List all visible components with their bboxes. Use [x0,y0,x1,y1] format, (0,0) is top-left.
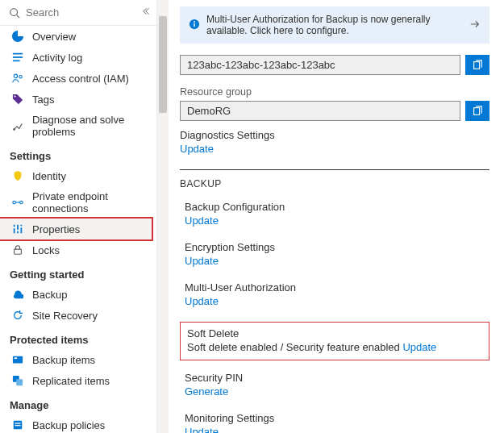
security-pin-generate-link[interactable]: Generate [185,385,228,398]
search-icon [8,6,21,19]
sidebar-item-label: Locks [32,244,60,256]
sidebar-section-protected: Protected items [0,326,156,349]
svg-point-9 [13,201,16,204]
endpoint-icon [11,196,24,209]
main-panel: Multi-User Authorization for Backup is n… [169,0,504,433]
sidebar-item-tags[interactable]: Tags [0,89,156,110]
access-control-icon [11,72,24,85]
resource-id-input[interactable] [180,55,460,75]
svg-point-32 [194,21,195,23]
sidebar-item-label: Identity [32,170,66,182]
sidebar-item-locks[interactable]: Locks [0,239,156,260]
sidebar-item-backup[interactable]: Backup [0,284,156,305]
collapse-sidebar-button[interactable] [139,5,152,20]
soft-delete-title: Soft Delete [187,327,482,339]
resource-group-field: Resource group [180,86,489,121]
backup-icon [11,288,24,301]
svg-rect-4 [13,60,20,62]
svg-rect-19 [13,356,23,364]
info-banner[interactable]: Multi-User Authorization for Backup is n… [180,6,489,44]
sidebar-item-site-recovery[interactable]: Site Recovery [0,305,156,326]
sidebar-item-label: Replicated items [32,375,110,387]
svg-rect-13 [17,225,19,234]
encryption-update-link[interactable]: Update [185,255,219,267]
sidebar-item-label: Diagnose and solve problems [32,114,148,138]
sidebar-item-label: Private endpoint connections [32,190,148,214]
mua-update-link[interactable]: Update [185,295,219,307]
sidebar-item-activity-log[interactable]: Activity log [0,47,156,68]
banner-text: Multi-User Authorization for Backup is n… [206,14,463,36]
svg-rect-3 [13,56,23,58]
search-input[interactable] [26,6,134,19]
svg-rect-17 [20,227,23,228]
activity-log-icon [11,51,24,64]
search-row [0,0,156,26]
resource-group-input[interactable] [180,101,460,121]
svg-rect-16 [16,230,19,231]
svg-rect-24 [15,423,21,423]
diagnostics-update-link[interactable]: Update [180,143,214,155]
svg-rect-25 [15,425,21,426]
tag-icon [11,93,24,106]
soft-delete-status: Soft delete enabled / Security feature e… [187,341,402,353]
svg-point-7 [14,95,15,97]
monitoring-title: Monitoring Settings [185,412,489,424]
backup-items-icon [11,353,24,366]
sidebar-item-label: Access control (IAM) [32,73,129,85]
sidebar-item-access-control[interactable]: Access control (IAM) [0,68,156,89]
resource-id-field [180,55,489,75]
svg-rect-14 [21,225,23,234]
diagnose-icon [11,119,24,132]
svg-rect-34 [474,107,480,114]
sidebar-item-label: Backup [32,289,67,301]
sidebar-section-manage: Manage [0,391,156,414]
sidebar-item-identity[interactable]: Identity [0,165,156,186]
svg-rect-20 [15,357,18,359]
section-divider [180,169,489,170]
sidebar-item-label: Site Recovery [32,310,98,322]
sidebar-item-label: Activity log [32,52,82,64]
sidebar-item-label: Overview [32,31,76,43]
resource-group-label: Resource group [180,86,489,98]
soft-delete-update-link[interactable]: Update [402,341,436,353]
overview-icon [11,30,24,43]
scrollbar-thumb[interactable] [159,16,167,113]
sidebar-item-replicated-items[interactable]: Replicated items [0,370,156,391]
backup-config-title: Backup Configuration [185,201,489,213]
scrollbar[interactable] [157,0,169,433]
backup-policies-icon [11,418,24,431]
svg-point-8 [14,129,15,131]
svg-rect-12 [14,225,15,234]
sidebar-item-label: Backup items [32,354,95,366]
backup-section-title: BACKUP [180,178,489,189]
sidebar-item-backup-policies[interactable]: Backup policies [0,414,156,433]
security-pin-title: Security PIN [185,372,489,384]
svg-rect-22 [16,379,23,385]
monitoring-update-link[interactable]: Update [185,426,219,433]
sidebar-section-getting-started: Getting started [0,260,156,284]
properties-icon [11,223,24,235]
site-recovery-icon [11,309,24,322]
sidebar-item-properties[interactable]: Properties [0,217,153,241]
sidebar-section-settings: Settings [0,142,156,165]
info-icon [189,19,200,32]
arrow-right-icon [469,19,481,32]
sidebar-item-label: Tags [32,94,54,106]
copy-id-button[interactable] [465,55,489,75]
diagnostics-title: Diagnostics Settings [180,129,489,141]
copy-rg-button[interactable] [465,101,489,121]
lock-icon [11,244,24,256]
backup-config-update-link[interactable]: Update [185,214,219,227]
svg-point-0 [10,8,18,15]
replicated-items-icon [11,374,24,387]
sidebar-item-overview[interactable]: Overview [0,26,156,47]
svg-point-10 [20,201,23,204]
identity-icon [11,169,24,182]
svg-rect-33 [474,61,480,69]
soft-delete-block: Soft Delete Soft delete enabled / Securi… [180,322,489,360]
sidebar-item-label: Properties [32,223,80,235]
sidebar-item-backup-items[interactable]: Backup items [0,349,156,370]
sidebar-item-private-endpoint[interactable]: Private endpoint connections [0,186,156,219]
sidebar-item-diagnose[interactable]: Diagnose and solve problems [0,110,156,142]
svg-point-5 [14,74,17,77]
